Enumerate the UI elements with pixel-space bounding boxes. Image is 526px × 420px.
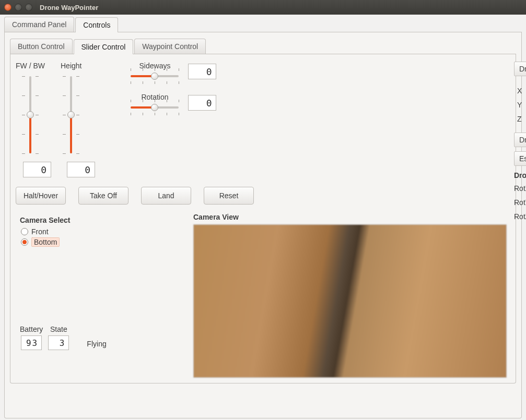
height-value: 0 xyxy=(67,162,95,177)
camera-view-title: Camera View xyxy=(193,213,507,221)
battery-label: Battery xyxy=(20,325,43,333)
radio-icon xyxy=(21,228,28,235)
est-pose-header[interactable]: Drone Estimated Pose xyxy=(514,62,526,76)
controls-panel: Button Control Slider Control Waypoint C… xyxy=(4,32,522,418)
camera-select-title: Camera Select xyxy=(20,216,183,224)
rotation-row: Rotation xyxy=(128,93,216,113)
camera-view xyxy=(193,224,507,378)
tab-controls[interactable]: Controls xyxy=(75,17,118,32)
fwbw-value: 0 xyxy=(23,162,51,177)
maximize-icon[interactable] xyxy=(25,4,32,11)
sideways-slider[interactable] xyxy=(128,71,181,81)
action-row: Halt/Hover Take Off Land Reset xyxy=(16,187,507,205)
height-label: Height xyxy=(61,62,81,70)
window-body: Command Panel Controls Button Control Sl… xyxy=(0,15,526,420)
window-buttons xyxy=(4,4,32,11)
titlebar: Drone WayPointer xyxy=(0,0,526,15)
close-icon[interactable] xyxy=(4,4,11,11)
tab-button-control[interactable]: Button Control xyxy=(10,39,73,54)
fwbw-slider[interactable] xyxy=(25,73,36,157)
halt-hover-button[interactable]: Halt/Hover xyxy=(16,187,66,205)
radio-icon xyxy=(21,238,28,246)
lower-left: Camera Select Front Bottom Battery xyxy=(16,213,183,378)
pose-z-row: Z xyxy=(517,113,526,125)
camera-bottom-radio[interactable]: Bottom xyxy=(21,237,183,247)
rotx-row: RotX xyxy=(514,183,526,194)
height-column: Height xyxy=(61,62,81,157)
left-area: FW / BW xyxy=(16,62,507,378)
fwbw-column: FW / BW xyxy=(16,62,45,157)
pose-panel: Drone Estimated Pose X Y Z Drone xyxy=(514,62,526,225)
roty-row: RotY xyxy=(514,197,526,208)
attitude-header: Drone Attitude xyxy=(514,171,526,179)
window-title: Drone WayPointer xyxy=(40,4,98,11)
real-pose-header[interactable]: Drone Real Pose xyxy=(514,133,526,147)
main-tabs: Command Panel Controls xyxy=(4,17,522,32)
reset-button[interactable]: Reset xyxy=(204,187,254,205)
control-subtabs: Button Control Slider Control Waypoint C… xyxy=(10,39,516,54)
sideways-value: 0 xyxy=(188,64,216,79)
tab-waypoint-control[interactable]: Waypoint Control xyxy=(134,39,206,54)
est-error-header[interactable]: Estimation Error xyxy=(514,151,526,166)
battery-col: Battery 93 xyxy=(20,325,43,350)
state-text: Flying xyxy=(87,340,106,348)
slider-control-panel: FW / BW xyxy=(10,54,516,383)
tab-command-panel[interactable]: Command Panel xyxy=(4,17,74,32)
rotz-row: RotZ xyxy=(514,211,526,222)
sideways-row: Sideways xyxy=(128,62,216,81)
camera-bottom-label: Bottom xyxy=(31,237,60,247)
minimize-icon[interactable] xyxy=(15,4,22,11)
land-button[interactable]: Land xyxy=(141,187,191,205)
pose-x-row: X xyxy=(517,85,526,97)
tab-slider-control[interactable]: Slider Control xyxy=(74,39,134,54)
pose-y-row: Y xyxy=(517,99,526,111)
rotation-slider[interactable] xyxy=(128,102,181,113)
camera-block: Camera View xyxy=(193,213,507,378)
battery-value: 93 xyxy=(21,335,42,350)
slider-row: FW / BW xyxy=(16,62,507,157)
fwbw-label: FW / BW xyxy=(16,62,45,70)
rotation-value: 0 xyxy=(188,95,216,111)
state-value: 3 xyxy=(48,335,69,350)
lower-area: Camera Select Front Bottom Battery xyxy=(16,213,507,378)
rotz-label: RotZ xyxy=(514,212,526,221)
state-label: State xyxy=(50,325,67,333)
pose-x-label: X xyxy=(517,87,525,95)
state-col: State 3 xyxy=(48,325,69,350)
height-slider[interactable] xyxy=(66,73,76,157)
pose-y-label: Y xyxy=(517,101,525,109)
camera-front-label: Front xyxy=(31,227,49,236)
takeoff-button[interactable]: Take Off xyxy=(78,187,128,205)
pose-z-label: Z xyxy=(517,115,525,123)
camera-front-radio[interactable]: Front xyxy=(21,227,183,236)
status-row: Battery 93 State 3 Flying xyxy=(20,325,183,350)
vertical-values: 0 0 xyxy=(23,162,507,177)
h-sliders: Sideways xyxy=(128,62,216,113)
roty-label: RotY xyxy=(514,198,526,207)
rotx-label: RotX xyxy=(514,184,526,193)
